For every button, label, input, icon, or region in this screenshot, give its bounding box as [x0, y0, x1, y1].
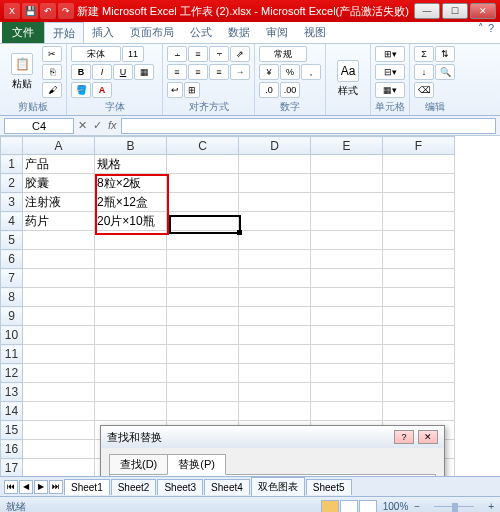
cell-A17[interactable]: [23, 459, 95, 477]
cell-D3[interactable]: [239, 193, 311, 212]
tab-formulas[interactable]: 公式: [182, 22, 220, 43]
zoom-out-button[interactable]: −: [414, 501, 420, 512]
row-header-6[interactable]: 6: [1, 250, 23, 269]
cell-D13[interactable]: [239, 383, 311, 402]
align-left-button[interactable]: ≡: [167, 64, 187, 80]
cell-B8[interactable]: [95, 288, 167, 307]
tab-replace[interactable]: 替换(P): [167, 454, 226, 475]
enter-icon[interactable]: ✓: [93, 119, 102, 132]
merge-button[interactable]: ⊞: [184, 82, 200, 98]
undo-button[interactable]: ↶: [40, 3, 56, 19]
tab-review[interactable]: 审阅: [258, 22, 296, 43]
orientation-button[interactable]: ⇗: [230, 46, 250, 62]
cell-F10[interactable]: [383, 326, 455, 345]
sheet-nav-first[interactable]: ⏮: [4, 480, 18, 494]
cell-E9[interactable]: [311, 307, 383, 326]
cell-E1[interactable]: [311, 155, 383, 174]
indent-button[interactable]: →: [230, 64, 250, 80]
cell-A15[interactable]: [23, 421, 95, 440]
cell-A14[interactable]: [23, 402, 95, 421]
autosum-button[interactable]: Σ: [414, 46, 434, 62]
cell-E4[interactable]: [311, 212, 383, 231]
row-header-2[interactable]: 2: [1, 174, 23, 193]
font-name-select[interactable]: 宋体: [71, 46, 121, 62]
fill-button[interactable]: ↓: [414, 64, 434, 80]
find-button[interactable]: 🔍: [435, 64, 455, 80]
col-header-E[interactable]: E: [311, 137, 383, 155]
cell-F5[interactable]: [383, 231, 455, 250]
row-header-9[interactable]: 9: [1, 307, 23, 326]
font-size-select[interactable]: 11: [122, 46, 144, 62]
paste-button[interactable]: 📋 粘贴: [4, 46, 40, 98]
wrap-button[interactable]: ↩: [167, 82, 183, 98]
cell-B6[interactable]: [95, 250, 167, 269]
tab-page-layout[interactable]: 页面布局: [122, 22, 182, 43]
cell-E5[interactable]: [311, 231, 383, 250]
cell-F4[interactable]: [383, 212, 455, 231]
cell-C1[interactable]: [167, 155, 239, 174]
align-bot-button[interactable]: ⫟: [209, 46, 229, 62]
fill-color-button[interactable]: 🪣: [71, 82, 91, 98]
cell-C10[interactable]: [167, 326, 239, 345]
maximize-button[interactable]: ☐: [442, 3, 468, 19]
zoom-in-button[interactable]: +: [488, 501, 494, 512]
cell-E11[interactable]: [311, 345, 383, 364]
formula-input[interactable]: [121, 118, 496, 134]
cell-B13[interactable]: [95, 383, 167, 402]
cell-D14[interactable]: [239, 402, 311, 421]
row-header-7[interactable]: 7: [1, 269, 23, 288]
cell-B12[interactable]: [95, 364, 167, 383]
name-box[interactable]: C4: [4, 118, 74, 134]
row-header-13[interactable]: 13: [1, 383, 23, 402]
cell-A2[interactable]: 胶囊: [23, 174, 95, 193]
cell-E8[interactable]: [311, 288, 383, 307]
row-header-15[interactable]: 15: [1, 421, 23, 440]
cell-D11[interactable]: [239, 345, 311, 364]
close-button[interactable]: ✕: [470, 3, 496, 19]
row-header-5[interactable]: 5: [1, 231, 23, 250]
file-tab[interactable]: 文件: [2, 22, 44, 43]
cell-B14[interactable]: [95, 402, 167, 421]
sheet-tab-6[interactable]: Sheet5: [306, 479, 352, 495]
cell-D6[interactable]: [239, 250, 311, 269]
row-header-4[interactable]: 4: [1, 212, 23, 231]
zoom-slider[interactable]: [434, 506, 474, 507]
font-color-button[interactable]: A: [92, 82, 112, 98]
italic-button[interactable]: I: [92, 64, 112, 80]
cell-C4[interactable]: [167, 212, 239, 231]
sheet-tab-1[interactable]: Sheet1: [64, 479, 110, 495]
cell-E2[interactable]: [311, 174, 383, 193]
cell-D4[interactable]: [239, 212, 311, 231]
cell-E3[interactable]: [311, 193, 383, 212]
zoom-level[interactable]: 100%: [383, 501, 409, 512]
comma-button[interactable]: ,: [301, 64, 321, 80]
tab-insert[interactable]: 插入: [84, 22, 122, 43]
sheet-nav-last[interactable]: ⏭: [49, 480, 63, 494]
dialog-help-button[interactable]: ?: [394, 430, 414, 444]
save-button[interactable]: 💾: [22, 3, 38, 19]
cell-B3[interactable]: 2瓶×12盒: [95, 193, 167, 212]
sheet-tab-3[interactable]: Sheet3: [157, 479, 203, 495]
redo-button[interactable]: ↷: [58, 3, 74, 19]
cell-C9[interactable]: [167, 307, 239, 326]
row-header-10[interactable]: 10: [1, 326, 23, 345]
view-normal-button[interactable]: [321, 500, 339, 513]
cell-C5[interactable]: [167, 231, 239, 250]
cell-D9[interactable]: [239, 307, 311, 326]
cell-F1[interactable]: [383, 155, 455, 174]
cell-A3[interactable]: 注射液: [23, 193, 95, 212]
cancel-icon[interactable]: ✕: [78, 119, 87, 132]
dec-decimal-button[interactable]: .00: [280, 82, 300, 98]
cell-A4[interactable]: 药片: [23, 212, 95, 231]
cell-A6[interactable]: [23, 250, 95, 269]
sheet-nav-next[interactable]: ▶: [34, 480, 48, 494]
cell-D12[interactable]: [239, 364, 311, 383]
row-header-17[interactable]: 17: [1, 459, 23, 477]
cell-F9[interactable]: [383, 307, 455, 326]
cell-C3[interactable]: [167, 193, 239, 212]
align-mid-button[interactable]: ≡: [188, 46, 208, 62]
cell-F3[interactable]: [383, 193, 455, 212]
cell-D8[interactable]: [239, 288, 311, 307]
inc-decimal-button[interactable]: .0: [259, 82, 279, 98]
cell-B4[interactable]: 20片×10瓶: [95, 212, 167, 231]
